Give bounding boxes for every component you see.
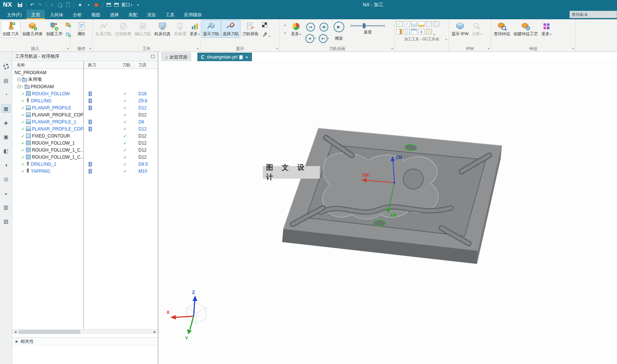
workpiece-more-button[interactable]: 更多▾ bbox=[188, 20, 201, 38]
cascade-window-icon[interactable] bbox=[114, 1, 119, 8]
step-back-button[interactable]: ◀| bbox=[305, 34, 314, 43]
copy-icon[interactable] bbox=[57, 1, 63, 8]
gc-note-icon[interactable] bbox=[426, 29, 432, 34]
assembly-navigator-icon[interactable]: ▤ bbox=[1, 76, 10, 85]
reuse-library-icon[interactable]: ◧ bbox=[1, 147, 10, 155]
tab-welcome-page[interactable]: ⌂ 欢迎页面 bbox=[161, 53, 191, 61]
table-row[interactable]: ✓PLANAR_PROFILE ✓ D12 bbox=[12, 104, 158, 111]
process-studio-icon[interactable]: ▥ bbox=[1, 203, 10, 211]
gc-doc-icon[interactable] bbox=[433, 21, 439, 27]
tab-file[interactable]: 文件(F) bbox=[2, 10, 26, 19]
properties-button[interactable]: 属性 bbox=[75, 20, 88, 38]
tab-part-shuangmian[interactable]: shuangmian.prt × bbox=[197, 53, 252, 61]
favorites-star-icon[interactable]: ★ bbox=[77, 1, 83, 8]
column-header-name[interactable]: 名称 bbox=[12, 62, 83, 68]
2d-dynamic-icon[interactable] bbox=[261, 21, 268, 28]
gc-card-icon[interactable] bbox=[411, 21, 417, 27]
edit-display-icon[interactable] bbox=[261, 32, 268, 38]
panel-float-icon[interactable] bbox=[151, 55, 155, 58]
gc-check-blue-icon[interactable]: ✓ bbox=[404, 21, 410, 27]
table-row[interactable]: ✓DRILLING ✓ Z9.8 bbox=[12, 97, 158, 104]
step-forward-button[interactable]: ▶| bbox=[319, 34, 328, 43]
gc-sum-icon[interactable]: Σ bbox=[419, 29, 424, 34]
tab-assembly[interactable]: 装配 bbox=[124, 10, 142, 19]
paste-icon[interactable] bbox=[65, 1, 71, 8]
create-operation-button[interactable]: 创建工序 bbox=[45, 20, 64, 38]
dependencies-section[interactable]: ▶ 相关性 bbox=[12, 337, 158, 345]
tree-expander-icon[interactable]: − bbox=[17, 78, 21, 81]
table-row[interactable]: ✓PLANAR_PROFILE_COPY ✓ D12 bbox=[12, 111, 158, 118]
chevron-down-icon[interactable]: ▾ bbox=[89, 47, 91, 50]
animation-more-button[interactable]: 更多▾ bbox=[289, 20, 302, 38]
scrollbar-thumb[interactable] bbox=[19, 330, 80, 334]
operation-navigator-icon[interactable]: ▦ bbox=[1, 105, 10, 113]
undo-icon[interactable]: ↶ bbox=[29, 1, 35, 8]
tab-view[interactable]: 视图 bbox=[86, 10, 105, 19]
horizontal-scrollbar[interactable]: ◀ ▶ bbox=[12, 329, 158, 334]
table-row[interactable]: ✓ROUGH_FOLLOW ✓ D16 bbox=[12, 90, 158, 97]
chevron-down-icon[interactable]: ▾ bbox=[315, 37, 316, 40]
chevron-down-icon[interactable]: ▾ bbox=[433, 33, 440, 36]
chevron-down-icon[interactable]: ▾ bbox=[328, 37, 329, 40]
gc-report-icon[interactable] bbox=[396, 29, 402, 34]
chevron-down-icon[interactable]: ▾ bbox=[391, 47, 393, 50]
chevron-down-icon[interactable]: ▾ bbox=[269, 34, 270, 38]
roles-gear-icon[interactable] bbox=[1, 62, 10, 70]
layers-icon[interactable]: ▨ bbox=[1, 217, 10, 225]
table-row[interactable]: ✓DRILLING_1 ✓ D8.5 bbox=[12, 161, 158, 168]
tab-selection[interactable]: 选择 bbox=[105, 10, 124, 19]
column-header-tool[interactable]: 刀具 bbox=[135, 62, 158, 68]
tab-application-modules[interactable]: 应用模块 bbox=[179, 10, 207, 19]
gc-list-icon[interactable] bbox=[426, 21, 432, 27]
table-row[interactable]: ✓TAPPING ✓ M10 bbox=[12, 168, 158, 175]
machining-feature-navigator-icon[interactable]: ◈ bbox=[1, 119, 10, 127]
part-3d-view[interactable]: XM YM ZM X bbox=[158, 61, 617, 364]
tab-home[interactable]: 主页 bbox=[26, 10, 45, 19]
tab-geometry[interactable]: 几何体 bbox=[45, 10, 68, 19]
gc-sheet-icon[interactable] bbox=[419, 21, 424, 27]
cut-icon[interactable]: × bbox=[49, 1, 55, 8]
chevron-down-icon[interactable]: ▾ bbox=[276, 47, 278, 50]
go-to-start-button[interactable]: |◀ bbox=[306, 23, 315, 32]
z-axis-arrow[interactable] bbox=[193, 295, 197, 301]
x-axis-arrow[interactable] bbox=[170, 315, 176, 320]
annotation-marker-icon[interactable] bbox=[93, 1, 99, 8]
close-icon[interactable]: × bbox=[245, 55, 248, 60]
create-geometry-button[interactable]: 创建几何体 bbox=[21, 20, 44, 38]
create-feature-process-button[interactable]: 创建特征工艺 bbox=[512, 20, 539, 38]
tab-analysis[interactable]: 分析 bbox=[68, 10, 86, 19]
3d-canvas[interactable]: XM YM ZM X bbox=[158, 61, 617, 364]
scroll-left-icon[interactable]: ◀ bbox=[13, 330, 17, 334]
y-axis-arrow[interactable] bbox=[187, 329, 192, 334]
chevron-down-icon[interactable]: ▾ bbox=[197, 47, 198, 50]
part-navigator-icon[interactable]: ▣ bbox=[1, 133, 10, 141]
web-browser-icon[interactable]: ◎ bbox=[1, 175, 10, 183]
speed-slider-thumb[interactable] bbox=[363, 23, 365, 28]
select-toolpath-button[interactable]: 选择刀轨 bbox=[221, 20, 240, 38]
table-row[interactable]: ✓PLANAR_PROFILE_1 ✓ D6 bbox=[12, 118, 158, 125]
redo-icon[interactable]: ↷ bbox=[37, 1, 43, 8]
speed-slider[interactable] bbox=[351, 25, 385, 26]
chevron-down-icon[interactable]: ▾ bbox=[488, 47, 489, 50]
search-input[interactable] bbox=[572, 12, 615, 17]
column-header-tool-change[interactable]: 换刀 bbox=[83, 62, 118, 68]
history-icon[interactable]: ◒ bbox=[1, 189, 10, 197]
favorites-chevron-down-icon[interactable]: ▾ bbox=[86, 1, 92, 8]
toolpath-report-button[interactable]: 刀轨报告 bbox=[241, 20, 260, 38]
visualization-icon[interactable]: ◑ bbox=[1, 161, 10, 169]
feature-more-button[interactable]: 更多▾ bbox=[540, 20, 553, 38]
table-row[interactable]: −!PROGRAM bbox=[12, 83, 158, 90]
qat-more-chevron-icon[interactable]: ▾ bbox=[135, 1, 141, 8]
tab-tools[interactable]: 工具 bbox=[161, 10, 179, 19]
table-row[interactable]: NC_PROGRAM bbox=[12, 69, 158, 76]
show-ipw-button[interactable]: 显示 IPW bbox=[450, 20, 470, 38]
constraint-navigator-icon[interactable]: ◔ bbox=[1, 90, 10, 99]
window-menu-button[interactable]: 窗口▾ bbox=[121, 1, 132, 8]
table-row[interactable]: ✓ROUGH_FOLLOW_1_C... ✓ D12 bbox=[12, 153, 158, 161]
table-row[interactable]: ✓PLANAR_PROFILE_COP... ✓ D12 bbox=[12, 125, 158, 132]
machine-simulation-button[interactable]: 机床仿真 bbox=[153, 20, 172, 38]
new-window-icon[interactable] bbox=[106, 1, 112, 8]
create-tool-button[interactable]: 创建刀具 bbox=[1, 20, 20, 38]
gc-check-tool-icon[interactable]: ✓ bbox=[396, 21, 402, 27]
gc-header-icon[interactable] bbox=[411, 29, 417, 34]
